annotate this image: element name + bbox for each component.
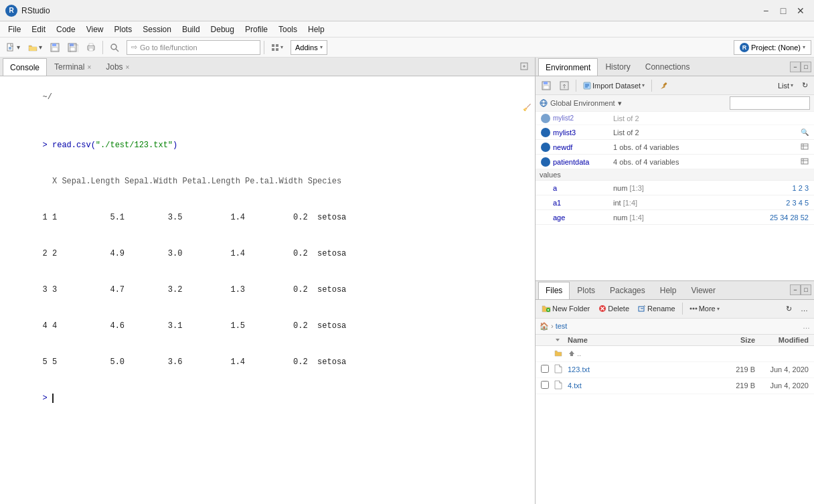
home-icon[interactable]: 🏠 (540, 322, 549, 331)
tab-terminal[interactable]: Terminal × (47, 58, 98, 76)
menu-debug[interactable]: Debug (206, 23, 240, 35)
import-dataset-button[interactable]: Import Dataset ▾ (580, 78, 648, 93)
newdf-view[interactable] (801, 143, 809, 151)
env-refresh-button[interactable]: ↻ (799, 78, 811, 93)
tab-files[interactable]: Files (538, 282, 570, 299)
tab-viewer[interactable]: Viewer (683, 281, 722, 299)
titlebar: R RStudio − □ ✕ (0, 0, 814, 21)
tab-packages[interactable]: Packages (602, 281, 653, 299)
row-modified-4: Jun 4, 2020 (755, 382, 809, 390)
connections-tab-label: Connections (645, 62, 690, 72)
delete-button[interactable]: Delete (595, 301, 633, 316)
files-minimize-button[interactable]: − (790, 284, 801, 295)
tab-help[interactable]: Help (653, 281, 684, 299)
close-button[interactable]: ✕ (793, 3, 809, 19)
goto-file-input[interactable]: ⇨ Go to file/function (127, 40, 260, 55)
env-minimize-button[interactable]: − (790, 62, 801, 72)
jobs-tab-close[interactable]: × (126, 64, 130, 71)
maximize-button[interactable]: □ (775, 3, 791, 19)
save-button[interactable] (47, 40, 63, 55)
files-maximize-button[interactable]: □ (801, 284, 811, 295)
row-name-123[interactable]: 123.txt (568, 365, 715, 373)
console-maximize-button[interactable] (516, 61, 532, 73)
rename-button[interactable]: Rename (635, 301, 679, 316)
grid-arrow: ▾ (280, 44, 283, 50)
folder-icon (554, 349, 562, 357)
menu-file[interactable]: File (3, 23, 26, 35)
menu-code[interactable]: Code (51, 23, 81, 35)
env-toolbar-sep2 (651, 80, 652, 92)
tab-history[interactable]: History (598, 58, 637, 76)
env-item-a: a num [1:3] 1 2 3 (536, 181, 814, 195)
file-icon-4 (554, 380, 562, 390)
console-row-1: 1 1 5.1 3.5 1.4 0.2 setosa (4, 199, 531, 236)
menu-build[interactable]: Build (177, 23, 206, 35)
menu-edit[interactable]: Edit (26, 23, 51, 35)
rename-icon (638, 305, 646, 313)
menu-tools[interactable]: Tools (273, 23, 303, 35)
row-check-4[interactable] (541, 381, 554, 390)
checkbox-123[interactable] (541, 365, 549, 373)
files-ellipsis-button[interactable]: … (797, 301, 811, 316)
console-clear[interactable]: 🧹 (519, 103, 531, 113)
breadcrumb-test[interactable]: test (556, 322, 568, 330)
plots-tab-label: Plots (577, 286, 595, 295)
console-area[interactable]: ~/ 🧹 > read.csv("./test/123.txt") X Sepa… (0, 76, 535, 504)
breadcrumb-more[interactable]: … (803, 322, 810, 330)
console-row-2: 2 2 4.9 3.0 1.4 0.2 setosa (4, 236, 531, 272)
up-arrow-icon: .. (568, 349, 715, 357)
mylist3-view[interactable]: 🔍 (801, 129, 809, 136)
new-file-button[interactable]: ▾ (3, 40, 23, 55)
cmd-1b: ) (173, 141, 177, 150)
menu-session[interactable]: Session (137, 23, 177, 35)
header-size[interactable]: Size (715, 336, 755, 344)
svg-point-49 (689, 308, 691, 310)
env-search[interactable] (730, 96, 810, 110)
print-button[interactable] (83, 40, 99, 55)
grid-button[interactable]: ▾ (268, 40, 287, 55)
newdf-type: 1 obs. of 4 variables (613, 143, 801, 151)
header-modified[interactable]: Modified (755, 336, 809, 344)
open-file-button[interactable]: ▾ (25, 40, 46, 55)
terminal-tab-close[interactable]: × (87, 64, 91, 71)
menu-help[interactable]: Help (303, 23, 330, 35)
global-env-label: Global Environment (550, 99, 615, 107)
files-refresh-button[interactable]: ↻ (783, 301, 795, 316)
save-all-button[interactable] (64, 40, 82, 55)
more-label: More (699, 305, 716, 313)
clear-env-button[interactable] (655, 78, 671, 93)
row-size-123: 219 B (715, 365, 755, 373)
checkbox-4[interactable] (541, 381, 549, 389)
tab-environment[interactable]: Environment (538, 58, 598, 76)
list-view-button[interactable]: List ▾ (775, 78, 797, 93)
more-button[interactable]: More ▾ (686, 301, 723, 316)
viewer-tab-label: Viewer (691, 286, 715, 295)
a1-values: 2 3 4 5 (786, 199, 809, 207)
row-name-parent[interactable]: .. (568, 349, 715, 357)
globe-icon (540, 99, 548, 107)
find-button[interactable] (106, 40, 123, 55)
row-check-123[interactable] (541, 365, 554, 374)
addins-button[interactable]: Addins ▾ (291, 40, 327, 55)
env-maximize-button[interactable]: □ (801, 62, 811, 72)
env-load-button[interactable] (556, 78, 572, 93)
env-save-button[interactable] (538, 78, 554, 93)
row-name-4[interactable]: 4.txt (568, 382, 715, 390)
menu-profile[interactable]: Profile (240, 23, 273, 35)
global-env-header[interactable]: Global Environment ▾ (536, 95, 814, 112)
menu-plots[interactable]: Plots (109, 23, 138, 35)
new-folder-button[interactable]: New Folder (538, 301, 593, 316)
env-toolbar: Import Dataset ▾ List ▾ ↻ (536, 76, 814, 95)
tab-plots[interactable]: Plots (570, 281, 602, 299)
menu-view[interactable]: View (81, 23, 109, 35)
tab-connections[interactable]: Connections (638, 58, 698, 76)
list-label: List (778, 82, 789, 90)
svg-rect-38 (801, 159, 808, 164)
tab-console[interactable]: Console (3, 58, 47, 76)
patientdata-view[interactable] (801, 158, 809, 166)
header-name[interactable]: Name (568, 336, 715, 344)
global-env-arrow: ▾ (618, 99, 622, 108)
tab-jobs[interactable]: Jobs × (98, 58, 137, 76)
minimize-button[interactable]: − (758, 3, 774, 19)
project-button[interactable]: R Project: (None) ▾ (734, 40, 811, 55)
